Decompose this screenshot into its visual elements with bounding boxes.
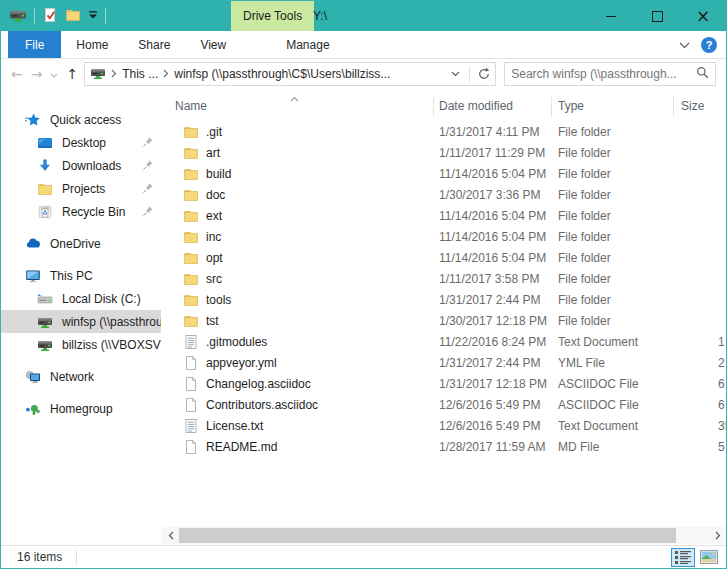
scroll-left-icon[interactable] — [162, 527, 179, 544]
column-divider[interactable] — [673, 97, 674, 117]
folder-icon — [183, 166, 199, 182]
file-date-modified: 1/11/2017 3:58 PM — [439, 272, 540, 286]
file-row[interactable]: README.md 1/28/2017 11:59 AM MD File 5 — [161, 437, 726, 458]
file-name[interactable]: opt — [206, 251, 223, 265]
file-row[interactable]: ext 11/14/2016 5:04 PM File folder — [161, 206, 726, 227]
file-row[interactable]: tools 1/31/2017 2:44 PM File folder — [161, 290, 726, 311]
new-folder-icon[interactable] — [65, 7, 81, 26]
file-date-modified: 1/11/2017 11:29 PM — [439, 146, 545, 160]
folder-icon — [183, 250, 199, 266]
address-bar[interactable]: This ... winfsp (\\passthrough\C$\Users\… — [84, 62, 496, 86]
file-name[interactable]: .git — [206, 125, 222, 139]
main-area: Quick access Desktop Downloads Projects … — [1, 89, 726, 545]
file-row[interactable]: inc 11/14/2016 5:04 PM File folder — [161, 227, 726, 248]
large-icons-view-button[interactable] — [697, 548, 721, 567]
tab-file[interactable]: File — [8, 31, 61, 58]
file-row[interactable]: doc 1/30/2017 3:36 PM File folder — [161, 185, 726, 206]
address-dropdown-chevron-icon[interactable] — [446, 63, 464, 85]
file-name[interactable]: tools — [206, 293, 231, 307]
scroll-right-icon[interactable] — [709, 527, 726, 544]
file-row[interactable]: Changelog.asciidoc 1/31/2017 12:18 PM AS… — [161, 374, 726, 395]
file-row[interactable]: src 1/11/2017 3:58 PM File folder — [161, 269, 726, 290]
chevron-right-icon[interactable] — [111, 67, 117, 81]
sidebar-item-projects[interactable]: Projects — [1, 177, 161, 200]
file-row[interactable]: build 11/14/2016 5:04 PM File folder — [161, 164, 726, 185]
file-name[interactable]: Contributors.asciidoc — [206, 398, 318, 412]
status-bar: 16 items — [1, 545, 726, 568]
recent-locations-chevron-icon[interactable] — [50, 66, 58, 82]
file-row[interactable]: art 1/11/2017 11:29 PM File folder — [161, 143, 726, 164]
sidebar-item-local-disk-c[interactable]: Local Disk (C:) — [1, 287, 161, 310]
file-name[interactable]: src — [206, 272, 222, 286]
breadcrumb-this-pc[interactable]: This ... — [122, 67, 158, 81]
refresh-icon[interactable] — [475, 63, 493, 85]
back-icon[interactable]: ← — [11, 66, 23, 82]
file-date-modified: 1/31/2017 12:18 PM — [439, 377, 547, 391]
file-row[interactable]: .gitmodules 11/22/2016 8:24 PM Text Docu… — [161, 332, 726, 353]
tab-view[interactable]: View — [185, 31, 241, 58]
search-icon[interactable] — [696, 66, 709, 82]
file-name[interactable]: tst — [206, 314, 219, 328]
sidebar-item-quick-access[interactable]: Quick access — [1, 108, 161, 131]
file-date-modified: 11/14/2016 5:04 PM — [439, 209, 546, 223]
column-divider[interactable] — [551, 97, 552, 117]
column-header-type[interactable]: Type — [558, 99, 584, 113]
sidebar-item-winfsp[interactable]: winfsp (\\passthrou — [1, 310, 161, 333]
search-box[interactable] — [504, 62, 716, 86]
details-view-button[interactable] — [671, 548, 695, 567]
file-row[interactable]: opt 11/14/2016 5:04 PM File folder — [161, 248, 726, 269]
tab-home[interactable]: Home — [61, 31, 123, 58]
close-button[interactable]: × — [680, 1, 726, 31]
column-header-name[interactable]: Name — [175, 99, 207, 113]
sidebar-item-onedrive[interactable]: OneDrive — [1, 232, 161, 255]
forward-icon[interactable]: → — [31, 66, 43, 82]
horizontal-scrollbar[interactable] — [162, 527, 726, 544]
folder-icon — [183, 187, 199, 203]
file-name[interactable]: build — [206, 167, 231, 181]
file-name[interactable]: inc — [206, 230, 221, 244]
sidebar-item-homegroup[interactable]: Homegroup — [1, 397, 161, 420]
properties-icon[interactable] — [42, 7, 58, 26]
file-row[interactable]: Contributors.asciidoc 12/6/2016 5:49 PM … — [161, 395, 726, 416]
column-header-date-modified[interactable]: Date modified — [439, 99, 513, 113]
file-name[interactable]: README.md — [206, 440, 277, 454]
expand-ribbon-chevron-icon[interactable] — [679, 38, 690, 52]
title-bar: Drive Tools Y:\ × — [1, 1, 726, 31]
search-input[interactable] — [511, 67, 696, 81]
file-row[interactable]: License.txt 12/6/2016 5:49 PM Text Docum… — [161, 416, 726, 437]
scrollbar-thumb[interactable] — [179, 528, 676, 543]
file-row[interactable]: .git 1/31/2017 4:11 PM File folder — [161, 122, 726, 143]
file-type: File folder — [558, 209, 611, 223]
sidebar-item-label: Local Disk (C:) — [62, 292, 141, 306]
file-row[interactable]: tst 1/30/2017 12:18 PM File folder — [161, 311, 726, 332]
tab-share[interactable]: Share — [123, 31, 185, 58]
drive-tools-contextual-tab[interactable]: Drive Tools — [231, 1, 314, 31]
file-row[interactable]: appveyor.yml 1/31/2017 2:44 PM YML File … — [161, 353, 726, 374]
minimize-button[interactable] — [588, 1, 634, 31]
up-icon[interactable]: ↑ — [66, 66, 78, 82]
file-name[interactable]: doc — [206, 188, 225, 202]
tab-manage[interactable]: Manage — [271, 31, 344, 58]
file-name[interactable]: appveyor.yml — [206, 356, 277, 370]
breadcrumb-current-folder[interactable]: winfsp (\\passthrough\C$\Users\billziss.… — [174, 67, 441, 81]
maximize-button[interactable] — [634, 1, 680, 31]
column-header-size[interactable]: Size — [681, 99, 704, 113]
sidebar-item-label: billziss (\\VBOXSVR) — [62, 338, 161, 352]
sidebar-item-recycle-bin[interactable]: Recycle Bin — [1, 200, 161, 223]
recycle-bin-icon — [37, 204, 53, 220]
sidebar-item-downloads[interactable]: Downloads — [1, 154, 161, 177]
customize-toolbar-dropdown-icon[interactable] — [88, 9, 98, 23]
file-name[interactable]: Changelog.asciidoc — [206, 377, 311, 391]
sidebar-item-network[interactable]: Network — [1, 365, 161, 388]
file-name[interactable]: ext — [206, 209, 222, 223]
file-name[interactable]: art — [206, 146, 220, 160]
sidebar-item-billziss[interactable]: billziss (\\VBOXSVR) — [1, 333, 161, 356]
file-type: File folder — [558, 188, 611, 202]
file-name[interactable]: License.txt — [206, 419, 263, 433]
column-divider[interactable] — [433, 97, 434, 117]
help-icon[interactable]: ? — [701, 37, 717, 53]
sidebar-item-desktop[interactable]: Desktop — [1, 131, 161, 154]
sidebar-item-this-pc[interactable]: This PC — [1, 264, 161, 287]
chevron-right-icon[interactable] — [163, 67, 169, 81]
file-name[interactable]: .gitmodules — [206, 335, 267, 349]
